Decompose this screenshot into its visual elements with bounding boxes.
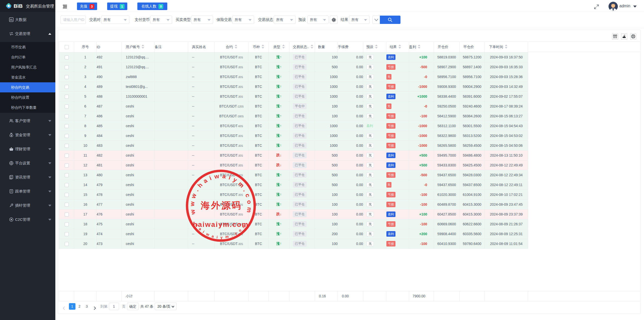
svg-text:海外源码: 海外源码 bbox=[200, 200, 242, 210]
